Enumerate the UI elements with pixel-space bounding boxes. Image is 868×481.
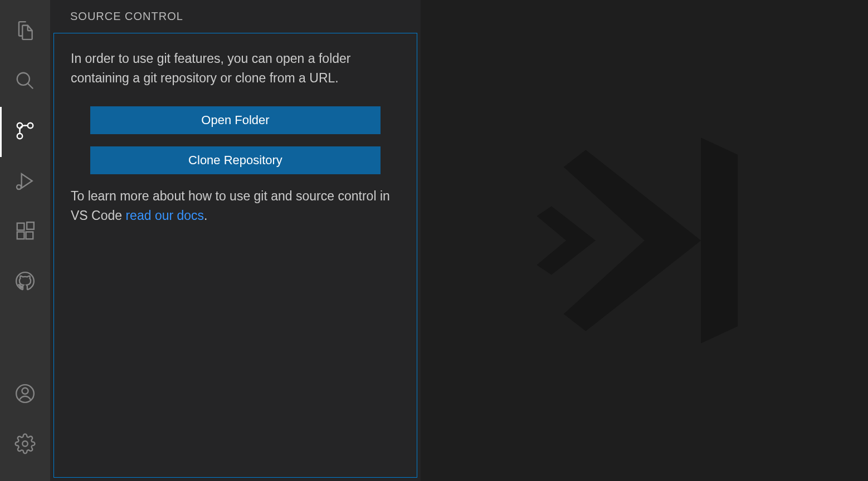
account-icon (14, 383, 36, 406)
learn-more-text: To learn more about how to use git and s… (71, 186, 400, 225)
svg-point-0 (17, 73, 30, 85)
extensions-icon (14, 220, 36, 244)
svg-rect-14 (17, 232, 25, 239)
svg-point-19 (22, 441, 28, 446)
activity-bar-bottom (0, 370, 50, 481)
activity-bar-top (0, 7, 50, 370)
svg-point-4 (17, 123, 23, 129)
svg-rect-15 (26, 232, 33, 239)
editor-area (421, 0, 868, 481)
svg-line-10 (20, 189, 21, 189)
search-icon (14, 70, 36, 94)
svg-line-9 (17, 185, 18, 185)
clone-repository-button[interactable]: Clone Repository (90, 146, 380, 174)
svg-point-2 (28, 123, 33, 129)
sidebar: SOURCE CONTROL In order to use git featu… (50, 0, 421, 481)
activity-item-extensions[interactable] (0, 207, 50, 257)
debug-icon (14, 170, 36, 194)
files-icon (14, 20, 36, 43)
svg-point-3 (17, 134, 23, 139)
gear-icon (14, 433, 36, 457)
svg-rect-13 (17, 223, 25, 230)
activity-item-github[interactable] (0, 257, 50, 307)
source-control-icon (14, 120, 36, 144)
activity-item-explorer[interactable] (0, 7, 50, 57)
sidebar-title: SOURCE CONTROL (50, 0, 421, 33)
svg-marker-5 (22, 174, 32, 188)
svg-line-1 (28, 84, 33, 89)
read-docs-link[interactable]: read our docs (125, 208, 204, 223)
learn-more-prefix: To learn more about how to use git and s… (71, 189, 390, 223)
sidebar-content: In order to use git features, you can op… (53, 33, 417, 478)
svg-point-18 (22, 388, 28, 394)
vscode-logo-icon (522, 118, 767, 363)
activity-item-run-debug[interactable] (0, 157, 50, 207)
info-text: In order to use git features, you can op… (71, 49, 400, 87)
svg-line-11 (17, 189, 18, 189)
activity-bar (0, 0, 50, 481)
github-icon (14, 271, 36, 294)
activity-item-accounts[interactable] (0, 370, 50, 420)
activity-item-search[interactable] (0, 57, 50, 107)
learn-more-suffix: . (204, 208, 207, 223)
svg-rect-16 (27, 222, 34, 229)
activity-item-settings[interactable] (0, 420, 50, 470)
activity-item-source-control[interactable] (0, 107, 50, 157)
open-folder-button[interactable]: Open Folder (90, 106, 380, 134)
svg-line-12 (20, 185, 21, 185)
